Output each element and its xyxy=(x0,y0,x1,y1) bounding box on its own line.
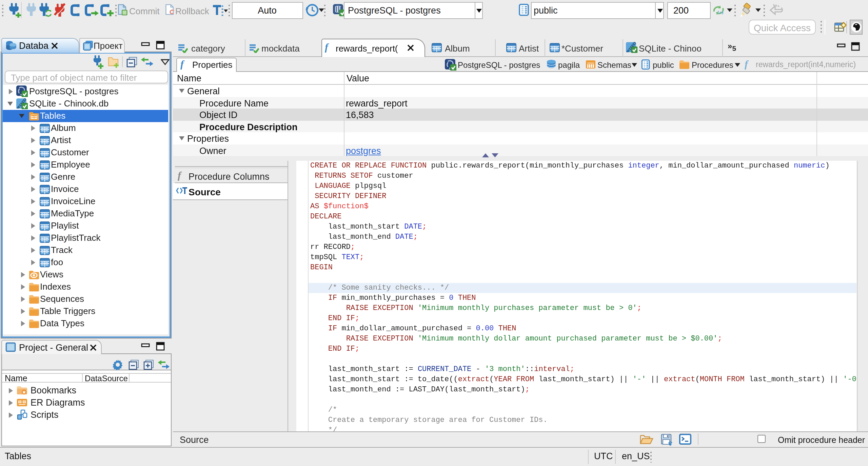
svg-text:f: f xyxy=(745,58,749,70)
svg-text:f: f xyxy=(178,170,182,181)
